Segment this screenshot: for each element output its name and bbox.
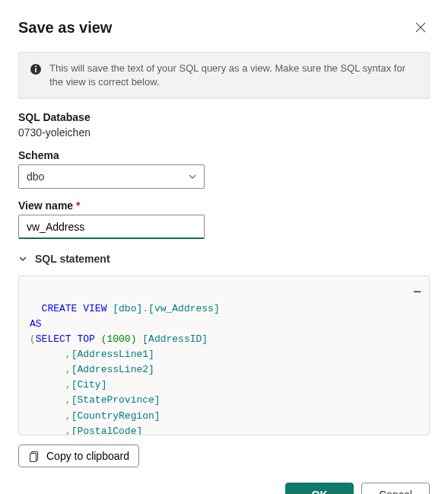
svg-point-2 [35, 65, 37, 67]
schema-select[interactable]: dbo [18, 164, 205, 189]
dialog-footer: OK Cancel [18, 483, 430, 494]
required-asterisk: * [76, 199, 80, 212]
cancel-button[interactable]: Cancel [361, 483, 430, 494]
collapse-region-icon[interactable]: − [413, 281, 421, 302]
svg-rect-1 [35, 69, 37, 73]
info-icon [30, 63, 42, 75]
sql-statement-label: SQL statement [35, 253, 110, 265]
database-label: SQL Database [18, 111, 430, 123]
view-name-label: View name * [18, 199, 430, 212]
sql-statement-toggle[interactable]: SQL statement [18, 253, 430, 265]
database-value: 0730-yoleichen [18, 126, 430, 139]
sql-code-viewer[interactable]: −CREATE VIEW [dbo].[vw_Address] AS (SELE… [18, 276, 430, 435]
schema-select-value: dbo [27, 171, 44, 183]
dialog-title: Save as view [18, 19, 112, 37]
schema-label: Schema [18, 149, 430, 161]
ok-button[interactable]: OK [285, 483, 354, 494]
clipboard-icon [28, 450, 40, 462]
copy-button-label: Copy to clipboard [46, 450, 129, 462]
info-banner: This will save the text of your SQL quer… [18, 52, 430, 99]
dialog-header: Save as view [18, 18, 430, 37]
copy-to-clipboard-button[interactable]: Copy to clipboard [18, 445, 139, 467]
svg-rect-4 [30, 454, 37, 462]
close-button[interactable] [411, 18, 430, 37]
close-icon [415, 21, 427, 33]
info-text: This will save the text of your SQL quer… [49, 62, 418, 89]
view-name-input[interactable] [18, 215, 205, 239]
chevron-down-icon [18, 254, 27, 263]
